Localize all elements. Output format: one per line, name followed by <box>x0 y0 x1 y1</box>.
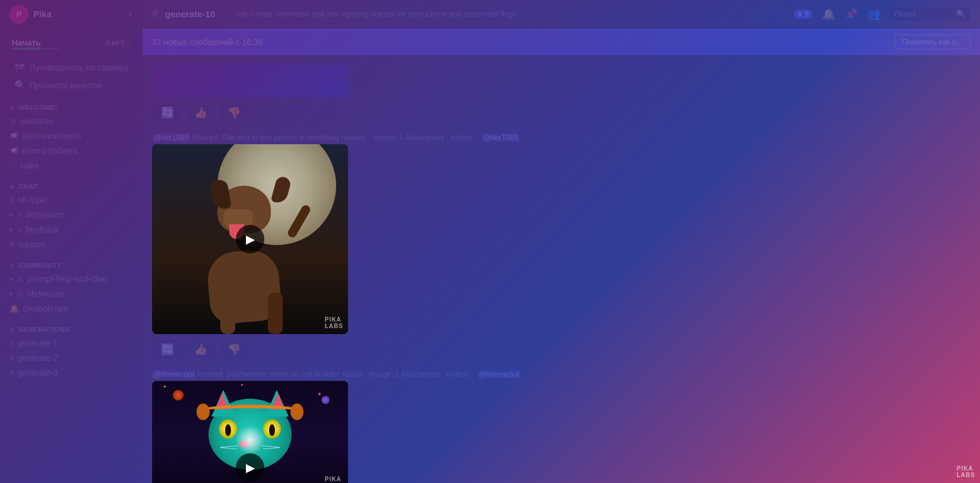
play-button-dog[interactable]: ▶ <box>236 225 264 253</box>
main-content: # generate-10 use /create command and se… <box>143 0 980 483</box>
media-thumb-cat[interactable]: ▶ PIKALABS <box>152 381 348 483</box>
pika-labs-watermark-dog: PIKALABS <box>325 316 343 329</box>
partial-media-thumb[interactable]: PIKALABS <box>152 65 348 97</box>
messages-area: PIKALABS 🔄 👍 👎 @tier1985 Prompt: The dog… <box>143 55 980 483</box>
message-partial: PIKALABS 🔄 👍 👎 <box>152 65 970 123</box>
pika-labs-watermark-cat: PIKALABS <box>325 476 343 483</box>
media-thumb-dog[interactable]: ▶ PIKALABS <box>152 144 348 334</box>
play-button-cat[interactable]: ▶ <box>236 453 264 482</box>
